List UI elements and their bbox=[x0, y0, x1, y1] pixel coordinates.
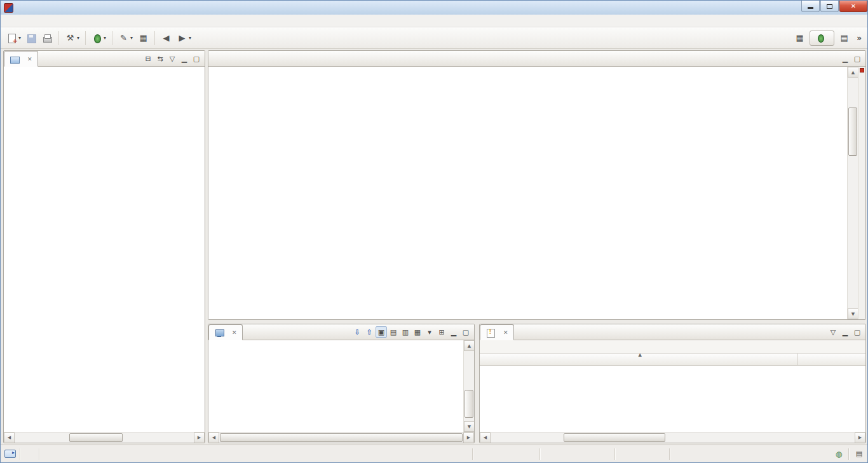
maximize-view-icon[interactable]: ▢ bbox=[851, 326, 863, 338]
project-explorer-tab[interactable]: ✕ bbox=[4, 51, 38, 67]
console-toolbar: ⇩ ⇧ ▣ ▤ ▥ ▦ ▾ ⊞ ▁ ▢ bbox=[351, 324, 474, 340]
scroll-up-icon[interactable]: ▲ bbox=[464, 340, 474, 351]
error-summary-indicator[interactable] bbox=[860, 68, 864, 73]
toolbar-separator bbox=[112, 31, 112, 45]
console-tab[interactable]: ✕ bbox=[208, 324, 243, 340]
scroll-left-icon[interactable]: ◀ bbox=[4, 432, 15, 443]
scroll-thumb[interactable] bbox=[220, 433, 463, 442]
scroll-right-icon[interactable]: ▶ bbox=[463, 432, 474, 443]
title-bar[interactable]: ✕ bbox=[1, 1, 867, 15]
problems-table-header: ▲ bbox=[480, 353, 865, 366]
open-perspective-button[interactable]: ▦ bbox=[792, 31, 807, 46]
problems-hscrollbar[interactable]: ◀ ▶ bbox=[480, 432, 865, 443]
minimize-icon bbox=[808, 7, 813, 9]
app-icon bbox=[4, 3, 13, 13]
build-button[interactable]: ⚒▾ bbox=[63, 31, 81, 46]
statusbar-separator bbox=[669, 448, 670, 460]
previous-error-icon[interactable]: ⇧ bbox=[363, 326, 375, 338]
scroll-lock-icon[interactable]: ▤ bbox=[388, 326, 399, 338]
show-progress-view-icon[interactable]: ▤ bbox=[853, 448, 865, 460]
project-explorer-icon bbox=[10, 54, 20, 64]
dropdown-arrow-icon[interactable]: ▾ bbox=[189, 35, 191, 41]
collapse-all-icon[interactable]: ⊟ bbox=[142, 53, 154, 64]
maximize-view-icon[interactable]: ▢ bbox=[460, 326, 471, 338]
clear-console-icon[interactable]: ▥ bbox=[400, 326, 411, 338]
open-element-button[interactable]: ▦ bbox=[136, 31, 151, 46]
scroll-thumb[interactable] bbox=[564, 433, 665, 442]
scroll-thumb[interactable] bbox=[848, 107, 857, 156]
minimize-view-icon[interactable]: ▁ bbox=[839, 326, 851, 338]
pin-console-icon[interactable]: ▦ bbox=[412, 326, 423, 338]
project-explorer-toolbar: ⊟ ⇆ ▽ ▁ ▢ bbox=[142, 51, 205, 66]
minimize-window-button[interactable] bbox=[801, 1, 820, 12]
scroll-left-icon[interactable]: ◀ bbox=[208, 432, 219, 443]
scroll-track[interactable] bbox=[219, 432, 463, 443]
progress-icon[interactable]: ◍ bbox=[833, 450, 844, 459]
perspective-overflow-chevron[interactable]: » bbox=[854, 34, 864, 43]
scroll-down-icon[interactable]: ▼ bbox=[464, 421, 474, 432]
open-perspective-icon: ▦ bbox=[794, 33, 805, 43]
close-window-button[interactable]: ✕ bbox=[839, 1, 867, 12]
minimize-view-icon[interactable]: ▁ bbox=[179, 53, 190, 64]
explorer-hscrollbar[interactable]: ◀ ▶ bbox=[4, 432, 205, 443]
statusbar-separator bbox=[848, 448, 850, 460]
problems-toolbar: ▽ ▁ ▢ bbox=[827, 324, 865, 340]
close-view-icon[interactable]: ✕ bbox=[27, 56, 32, 62]
editor-vscrollbar[interactable]: ▲ ▼ bbox=[847, 67, 858, 319]
scroll-right-icon[interactable]: ▶ bbox=[194, 432, 205, 443]
view-menu-icon[interactable]: ▽ bbox=[166, 53, 178, 64]
dropdown-arrow-icon[interactable]: ▾ bbox=[18, 35, 21, 41]
maximize-editor-icon[interactable]: ▢ bbox=[851, 53, 863, 64]
close-icon: ✕ bbox=[851, 3, 856, 10]
link-with-editor-icon[interactable]: ⇆ bbox=[154, 53, 166, 64]
print-button[interactable] bbox=[40, 31, 55, 46]
minimize-editor-icon[interactable]: ▁ bbox=[839, 53, 851, 64]
view-menu-icon[interactable]: ▽ bbox=[827, 326, 839, 338]
scroll-track[interactable] bbox=[848, 78, 858, 308]
problems-summary bbox=[480, 340, 865, 353]
scroll-track[interactable] bbox=[15, 432, 194, 443]
console-vscrollbar[interactable]: ▲ ▼ bbox=[463, 340, 474, 432]
scroll-right-icon[interactable]: ▶ bbox=[855, 432, 865, 443]
close-console-icon[interactable]: ✕ bbox=[232, 329, 237, 336]
print-icon bbox=[42, 33, 53, 43]
scroll-up-icon[interactable]: ▲ bbox=[848, 67, 858, 78]
fast-view-icon[interactable] bbox=[4, 450, 16, 458]
forward-button[interactable]: ▶▾ bbox=[175, 31, 193, 46]
ccs-debug-perspective-button[interactable] bbox=[810, 31, 834, 46]
scroll-track[interactable] bbox=[464, 351, 474, 421]
scroll-down-icon[interactable]: ▼ bbox=[848, 308, 858, 319]
new-wizard-button[interactable]: ✎▾ bbox=[116, 31, 135, 46]
editor-area: ▁ ▢ ▲ ▼ bbox=[208, 50, 866, 320]
column-header-resource[interactable] bbox=[797, 354, 865, 365]
display-console-icon[interactable]: ▾ bbox=[424, 326, 435, 338]
scroll-thumb[interactable] bbox=[465, 390, 473, 418]
console-body[interactable]: ▲ ▼ bbox=[208, 340, 474, 432]
editor-body[interactable]: ▲ ▼ bbox=[208, 67, 865, 319]
column-header-description[interactable]: ▲ bbox=[480, 354, 797, 365]
scroll-track[interactable] bbox=[491, 432, 855, 443]
save-button[interactable] bbox=[24, 31, 39, 46]
console-hscrollbar[interactable]: ◀ ▶ bbox=[208, 432, 474, 443]
debug-button[interactable]: ▾ bbox=[90, 31, 108, 46]
scroll-left-icon[interactable]: ◀ bbox=[480, 432, 491, 443]
dropdown-arrow-icon[interactable]: ▾ bbox=[77, 35, 79, 41]
problems-tab[interactable]: ✕ bbox=[480, 324, 514, 340]
maximize-view-icon[interactable]: ▢ bbox=[191, 53, 202, 64]
dropdown-arrow-icon[interactable]: ▾ bbox=[130, 35, 133, 41]
open-console-icon[interactable]: ⊞ bbox=[436, 326, 447, 338]
scroll-thumb[interactable] bbox=[69, 433, 123, 442]
minimize-view-icon[interactable]: ▁ bbox=[448, 326, 459, 338]
edit-perspective-button[interactable]: ▤ bbox=[837, 31, 851, 46]
new-file-button[interactable]: ▾ bbox=[4, 31, 23, 46]
next-error-icon[interactable]: ⇩ bbox=[351, 326, 363, 338]
status-bar: ◍ ▤ bbox=[1, 445, 868, 462]
close-problems-icon[interactable]: ✕ bbox=[503, 329, 508, 336]
dropdown-arrow-icon[interactable]: ▾ bbox=[104, 35, 106, 41]
application-window: ✕ ▾ ⚒▾ ▾ ✎▾ ▦ ◀ ▶▾ ▦ ▤ » bbox=[0, 0, 868, 463]
problems-tabstrip: ✕ ▽ ▁ ▢ bbox=[480, 324, 865, 340]
show-console-on-output-icon[interactable]: ▣ bbox=[376, 326, 387, 338]
back-button[interactable]: ◀ bbox=[159, 31, 173, 46]
maximize-window-button[interactable] bbox=[820, 1, 839, 12]
overview-ruler[interactable] bbox=[858, 67, 865, 319]
